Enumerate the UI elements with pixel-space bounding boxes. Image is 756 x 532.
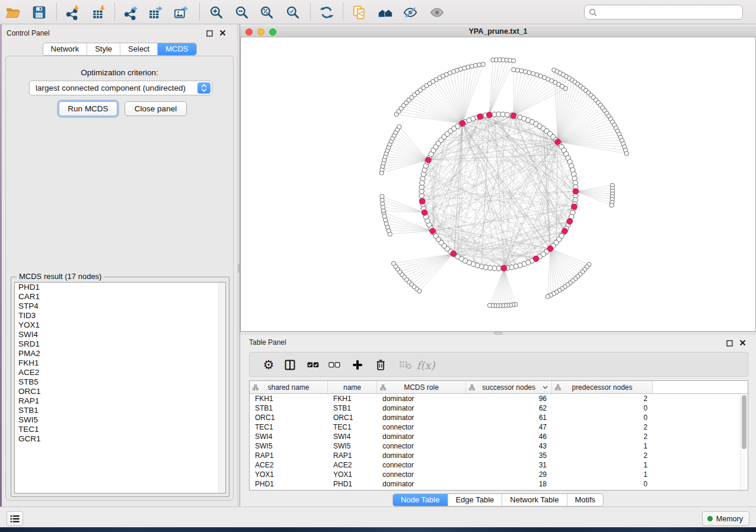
network-titlebar[interactable]: YPA_prune.txt_1 bbox=[240, 26, 756, 37]
export-network-button[interactable] bbox=[121, 4, 140, 21]
control-panel-title: Control Panel bbox=[7, 29, 50, 37]
desktop-wallpaper-edge bbox=[0, 527, 756, 532]
table-row[interactable]: YOX1YOX1connector291 bbox=[250, 470, 748, 479]
table-cell: SWI5 bbox=[250, 441, 328, 451]
mcds-result-item[interactable]: STB5 bbox=[15, 377, 225, 387]
tab-style[interactable]: Style bbox=[87, 43, 120, 55]
table-cell: YOX1 bbox=[328, 470, 377, 479]
mcds-result-item[interactable]: STP4 bbox=[15, 302, 225, 311]
tab-select[interactable]: Select bbox=[120, 43, 158, 55]
close-table-panel-button[interactable] bbox=[739, 338, 748, 347]
mcds-result-item[interactable]: FKH1 bbox=[15, 358, 225, 368]
mcds-result-item[interactable]: GCR1 bbox=[15, 434, 225, 444]
scrollbar-thumb[interactable] bbox=[742, 395, 747, 449]
float-panel-button[interactable] bbox=[206, 29, 215, 37]
tab-mcds[interactable]: MCDS bbox=[158, 43, 196, 55]
memory-button[interactable]: Memory bbox=[702, 511, 749, 526]
splitter-grip[interactable] bbox=[238, 264, 240, 273]
refresh-view-button[interactable] bbox=[317, 4, 336, 21]
table-panel: Table Panel ⚙ bbox=[240, 335, 756, 507]
mcds-result-item[interactable]: PHD1 bbox=[15, 283, 225, 292]
function-builder-button[interactable]: f(x) bbox=[417, 357, 435, 373]
zoom-out-button[interactable] bbox=[232, 4, 251, 21]
add-column-button[interactable] bbox=[349, 357, 366, 373]
table-row[interactable]: TEC1TEC1connector472 bbox=[250, 422, 748, 432]
table-cell: PHD1 bbox=[328, 479, 377, 489]
run-mcds-button[interactable]: Run MCDS bbox=[59, 101, 117, 116]
tab-node-table[interactable]: Node Table bbox=[393, 494, 448, 506]
open-file-button[interactable] bbox=[4, 4, 23, 21]
import-network-button[interactable] bbox=[63, 4, 82, 21]
tab-network[interactable]: Network bbox=[43, 43, 87, 55]
hide-selected-button[interactable] bbox=[401, 4, 420, 21]
tab-motifs[interactable]: Motifs bbox=[567, 494, 603, 506]
zoom-selected-button[interactable] bbox=[283, 4, 302, 21]
mcds-result-item[interactable]: CAR1 bbox=[15, 292, 225, 302]
mcds-result-item[interactable]: TEC1 bbox=[15, 425, 225, 434]
float-table-panel-button[interactable] bbox=[726, 339, 735, 347]
table-row[interactable]: ACE2ACE2connector311 bbox=[250, 460, 748, 470]
column-header-successor-nodes[interactable]: successor nodes bbox=[466, 381, 552, 393]
mcds-result-item[interactable]: SRD1 bbox=[15, 339, 225, 349]
zoom-in-button[interactable] bbox=[207, 4, 226, 21]
mcds-result-item[interactable]: STB1 bbox=[15, 406, 225, 415]
close-panel-action-button[interactable]: Close panel bbox=[125, 101, 187, 116]
network-canvas[interactable] bbox=[240, 37, 756, 332]
table-row[interactable]: RAP1RAP1dominator352 bbox=[250, 451, 748, 460]
export-table-icon bbox=[148, 5, 163, 20]
table-row[interactable]: STB1STB1dominator620 bbox=[250, 403, 748, 413]
import-table-button[interactable] bbox=[89, 4, 108, 21]
table-settings-button[interactable]: ⚙ bbox=[260, 357, 277, 373]
mcds-result-item[interactable]: PMA2 bbox=[15, 349, 225, 358]
mcds-result-item[interactable]: SWI4 bbox=[15, 330, 225, 339]
column-header-MCDS-role[interactable]: MCDS role bbox=[377, 381, 466, 393]
table-row[interactable]: PHD1PHD1dominator180 bbox=[250, 479, 748, 489]
show-panels-button[interactable] bbox=[7, 511, 23, 526]
close-panel-button[interactable] bbox=[219, 28, 228, 37]
split-column-button[interactable] bbox=[281, 357, 299, 373]
select-all-rows-button[interactable] bbox=[304, 357, 322, 373]
table-cell: SWI5 bbox=[328, 441, 377, 451]
mcds-list-scrollbar[interactable] bbox=[218, 283, 225, 493]
table-row[interactable]: ORC1ORC1dominator610 bbox=[250, 413, 748, 422]
tab-network-table[interactable]: Network Table bbox=[502, 494, 567, 506]
show-hidden-button[interactable] bbox=[428, 4, 446, 21]
table-cell: 46 bbox=[466, 432, 552, 441]
list-icon bbox=[10, 515, 20, 523]
column-header-name[interactable]: name bbox=[328, 381, 377, 393]
column-type-icon bbox=[555, 384, 561, 390]
mcds-result-item[interactable]: ACE2 bbox=[15, 368, 225, 377]
table-row[interactable]: SWI5SWI5connector431 bbox=[250, 441, 748, 451]
table-scrollbar[interactable] bbox=[740, 395, 747, 490]
table-cell: dominator bbox=[377, 451, 466, 460]
zoom-fit-button[interactable] bbox=[257, 4, 276, 21]
table-cell: YOX1 bbox=[250, 470, 328, 479]
open-folder-icon bbox=[5, 5, 21, 20]
export-image-button[interactable] bbox=[171, 4, 190, 21]
first-neighbors-button[interactable] bbox=[376, 4, 395, 21]
cytoscape-window: Control Panel NetworkStyleSelectMCDS Opt… bbox=[0, 0, 756, 532]
table-cell: 18 bbox=[466, 479, 552, 489]
search-input[interactable] bbox=[600, 8, 742, 17]
export-table-button[interactable] bbox=[146, 4, 165, 21]
mcds-result-item[interactable]: SWI5 bbox=[15, 415, 225, 425]
close-icon bbox=[219, 30, 226, 36]
column-label: successor nodes bbox=[482, 383, 535, 392]
column-header-shared-name[interactable]: shared name bbox=[250, 381, 328, 393]
delete-table-button[interactable] bbox=[397, 357, 414, 373]
mcds-result-item[interactable]: ORC1 bbox=[15, 387, 225, 396]
delete-column-button[interactable] bbox=[372, 357, 390, 373]
mcds-result-item[interactable]: YOX1 bbox=[15, 321, 225, 330]
column-header-predecessor-nodes[interactable]: predecessor nodes bbox=[552, 381, 653, 393]
mcds-result-item[interactable]: RAP1 bbox=[15, 396, 225, 406]
table-row[interactable]: FKH1FKH1dominator962 bbox=[250, 394, 748, 403]
table-row[interactable]: SWI4SWI4dominator462 bbox=[250, 432, 748, 441]
deselect-all-rows-button[interactable] bbox=[326, 357, 343, 373]
zoom-fit-icon bbox=[259, 5, 275, 20]
tab-edge-table[interactable]: Edge Table bbox=[448, 494, 502, 506]
mcds-result-item[interactable]: TID3 bbox=[15, 311, 225, 321]
fx-icon: f(x) bbox=[417, 359, 435, 371]
clone-network-button[interactable] bbox=[350, 4, 369, 21]
save-session-button[interactable] bbox=[30, 4, 49, 21]
criterion-dropdown[interactable]: largest connected component (undirected) bbox=[29, 81, 212, 95]
